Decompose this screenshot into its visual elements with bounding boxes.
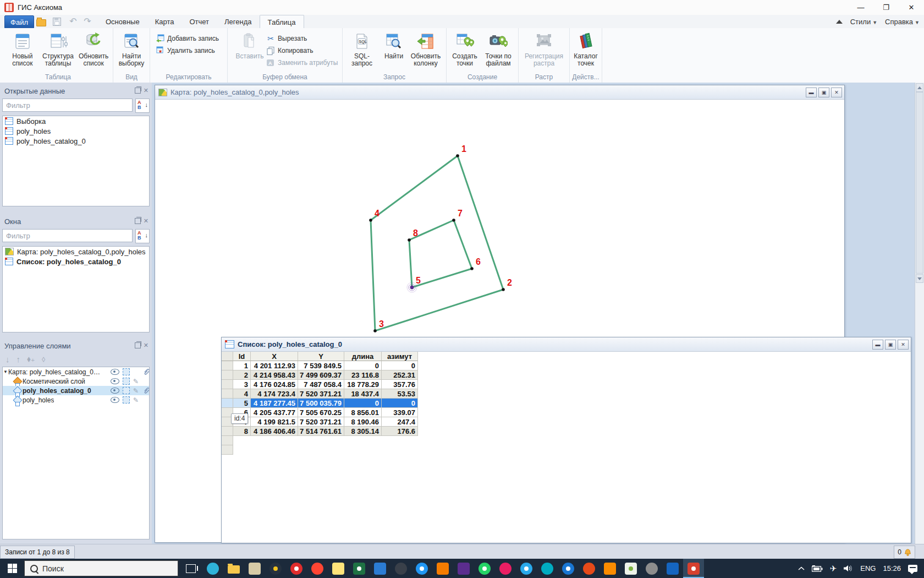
doc-minimize-icon[interactable]: ▬ [806,88,817,97]
add-record-button[interactable]: Добавить запись [156,34,219,43]
table-row[interactable]: 64 205 437.777 505 670.258 856.01339.07 [222,408,911,417]
expander-icon[interactable]: ▼ [3,369,8,374]
panel-close-icon[interactable]: ✕ [144,342,148,348]
window-list-item[interactable]: Карта: poly_holes_catalog_0,poly_holes [3,247,149,257]
tab-karta[interactable]: Карта [147,15,182,28]
points-catalog-button[interactable]: Каталог точек [572,30,600,68]
cell-azimuth[interactable]: 176.6 [382,427,418,436]
list-item[interactable]: Выборка [3,116,149,126]
language-indicator[interactable]: ENG [860,564,876,572]
cell-y[interactable]: 7 505 670.25 [298,408,344,417]
taskbar-icon-orange-grid-app[interactable] [600,559,620,578]
cell-azimuth[interactable]: 357.76 [382,380,418,389]
taskbar-icon-blue-h-app[interactable] [662,559,683,578]
cell-azimuth[interactable]: 339.07 [382,408,418,417]
layer-checkbox[interactable] [123,378,130,385]
column-header-y[interactable]: Y [298,352,344,361]
cell-x[interactable]: 4 199 821.5 [251,417,298,427]
find-selection-button[interactable]: Найти выборку [116,30,147,68]
cell-length[interactable]: 18 437.4 [344,389,382,399]
table-row[interactable]: 34 176 024.857 487 058.418 778.29357.76 [222,380,911,389]
paste-button[interactable]: Вставить [234,30,265,60]
doc-restore-icon[interactable]: ▣ [818,88,829,97]
column-header-id[interactable]: Id [233,352,251,361]
task-view-button[interactable] [183,559,199,578]
vertex-node[interactable] [502,288,505,291]
taskbar-icon-help-app[interactable] [558,559,579,578]
file-menu-button[interactable]: Файл [4,15,34,29]
sort-button[interactable]: AB↓ [135,229,150,243]
tab-legenda[interactable]: Легенда [217,15,259,28]
cell-length[interactable]: 0 [344,361,382,370]
taskbar-icon-orange-app[interactable] [432,559,453,578]
cell-y[interactable]: 7 520 371.21 [298,417,344,427]
start-button[interactable] [0,559,24,578]
delete-record-button[interactable]: Удалить запись [156,46,219,56]
table-row[interactable]: 44 174 723.47 520 371.2118 437.453.53 [222,389,911,399]
panel-float-icon[interactable] [135,88,141,94]
polygon-ring[interactable] [371,156,503,331]
cell-id[interactable]: 3 [233,380,251,389]
visibility-eye-icon[interactable] [111,388,119,394]
taskbar-icon-blue-app[interactable] [411,559,432,578]
taskbar-icon-pink-app[interactable] [495,559,516,578]
layer-row[interactable]: poly_holes✎ [3,395,149,405]
taskbar-icon-gis-axioma[interactable] [683,559,704,578]
cell-length[interactable]: 0 [344,399,382,408]
sort-button[interactable]: AB↓ [135,99,150,113]
taskbar-icon-yandex-browser[interactable] [286,559,307,578]
cell-x[interactable]: 4 176 024.85 [251,380,298,389]
cell-azimuth[interactable]: 0 [382,399,418,408]
cell-id[interactable]: 2 [233,370,251,380]
scroll-up-icon[interactable] [916,83,923,92]
window-list-item[interactable]: Список: poly_holes_catalog_0 [3,257,149,266]
cell-y[interactable]: 7 487 058.4 [298,380,344,389]
taskbar-icon-terminal[interactable] [391,559,411,578]
cell-x[interactable]: 4 174 723.4 [251,389,298,399]
scroll-down-icon[interactable] [916,274,923,283]
paperclip-icon[interactable] [143,368,150,376]
list-item[interactable]: poly_holes [3,126,149,136]
table-window-titlebar[interactable]: Список: poly_holes_catalog_0 ▬ ▣ ✕ [222,337,911,352]
collapse-ribbon-icon[interactable] [836,20,843,24]
cell-length[interactable]: 8 856.01 [344,408,382,417]
edit-pencil-icon[interactable]: ✎ [133,378,140,385]
undo-icon[interactable]: ↶ [68,17,78,26]
layer-row[interactable]: poly_holes_catalog_0✎ [3,386,149,395]
panel-float-icon[interactable] [135,342,141,348]
cell-id[interactable]: 1 [233,361,251,370]
table-row[interactable]: 74 199 821.57 520 371.218 190.46247.4 [222,417,911,427]
layer-checkbox[interactable] [123,368,130,375]
taskbar-icon-telegram[interactable] [516,559,537,578]
cell-id[interactable]: 8 [233,427,251,436]
cell-x[interactable]: 4 205 437.77 [251,408,298,417]
cell-y[interactable]: 7 520 371.21 [298,389,344,399]
table-row[interactable]: 14 201 112.937 539 849.500 [222,361,911,370]
row-selector[interactable] [222,399,233,408]
vertical-scrollbar[interactable] [915,83,924,544]
copy-button[interactable]: Копировать [266,46,338,56]
taskbar-icon-notes-app[interactable] [328,559,349,578]
help-menu[interactable]: Справка▼ [885,18,920,26]
layers-icon[interactable]: ⬨ [42,354,46,364]
move-layer-down-icon[interactable]: ↓ [6,355,10,364]
edit-pencil-icon[interactable]: ✎ [133,396,140,404]
table-row[interactable]: 84 186 406.467 514 761.618 305.14176.6 [222,427,911,436]
cell-azimuth[interactable]: 0 [382,361,418,370]
doc-restore-icon[interactable]: ▣ [885,340,896,350]
cell-x[interactable]: 4 201 112.93 [251,361,298,370]
taskbar-icon-opera-browser[interactable] [307,559,328,578]
table-row[interactable]: 54 187 277.457 500 035.7900 [222,399,911,408]
close-button[interactable]: ✕ [899,0,924,15]
cell-azimuth[interactable]: 53.53 [382,389,418,399]
open-folder-icon[interactable] [36,17,46,26]
volume-icon[interactable] [844,565,853,572]
vertex-node[interactable] [369,219,372,222]
add-layer-icon[interactable]: ⬧₊ [27,354,35,364]
visibility-eye-icon[interactable] [111,397,119,403]
cell-y[interactable]: 7 514 761.61 [298,427,344,436]
layer-checkbox[interactable] [123,396,130,403]
taskbar-icon-vs-code[interactable] [370,559,391,578]
windows-filter-input[interactable]: Фильтр [2,229,133,242]
cell-length[interactable]: 8 305.14 [344,427,382,436]
